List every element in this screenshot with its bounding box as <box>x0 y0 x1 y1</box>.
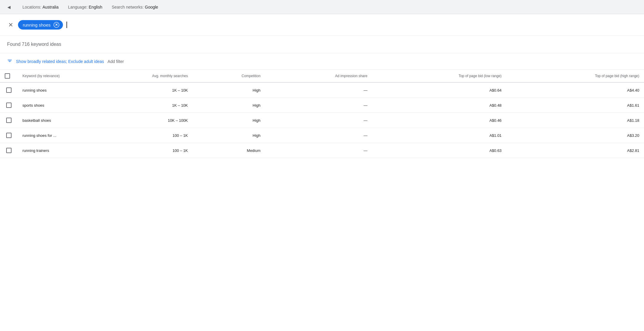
close-button[interactable]: ✕ <box>7 21 14 29</box>
select-all-checkbox[interactable] <box>5 73 10 79</box>
table-row: running shoes 1K – 10K High — A$0.64 A$4… <box>0 82 644 98</box>
row-checkbox-3[interactable] <box>6 133 12 138</box>
row-keyword-0: running shoes <box>18 82 77 98</box>
row-competition-4: Medium <box>193 143 265 158</box>
col-header-ad-impression[interactable]: Ad impression share <box>265 70 372 82</box>
search-cursor <box>66 22 67 28</box>
row-keyword-4: running trainers <box>18 143 77 158</box>
row-top-bid-low-2: A$0.46 <box>372 113 506 128</box>
row-keyword-3: running shoes for ... <box>18 128 77 143</box>
row-checkbox-cell <box>0 128 18 143</box>
found-count-text: Found 716 keyword ideas <box>7 42 61 47</box>
col-header-checkbox <box>0 70 18 82</box>
search-area: ✕ running shoes ✕ <box>0 14 644 36</box>
table-row: sports shoes 1K – 10K High — A$0.48 A$1.… <box>0 98 644 113</box>
row-ad-impression-4: — <box>265 143 372 158</box>
col-header-top-bid-low[interactable]: Top of page bid (low range) <box>372 70 506 82</box>
row-avg-monthly-1: 1K – 10K <box>77 98 193 113</box>
row-top-bid-low-4: A$0.63 <box>372 143 506 158</box>
row-checkbox-4[interactable] <box>6 148 12 153</box>
row-checkbox-0[interactable] <box>6 87 12 93</box>
row-ad-impression-3: — <box>265 128 372 143</box>
keywords-table: Keyword (by relevance) Avg. monthly sear… <box>0 70 644 158</box>
row-ad-impression-0: — <box>265 82 372 98</box>
row-top-bid-high-3: A$3.20 <box>506 128 644 143</box>
found-bar: Found 716 keyword ideas <box>0 36 644 53</box>
row-keyword-2: basketball shoes <box>18 113 77 128</box>
table-header-row: Keyword (by relevance) Avg. monthly sear… <box>0 70 644 82</box>
col-header-avg-monthly[interactable]: Avg. monthly searches <box>77 70 193 82</box>
keyword-chip: running shoes ✕ <box>18 20 63 30</box>
row-checkbox-cell <box>0 113 18 128</box>
row-keyword-1: sports shoes <box>18 98 77 113</box>
keyword-chip-close-button[interactable]: ✕ <box>53 22 59 28</box>
language-item: Language: English <box>68 5 102 9</box>
row-top-bid-high-1: A$1.61 <box>506 98 644 113</box>
row-competition-0: High <box>193 82 265 98</box>
network-item: Search networks: Google <box>112 5 158 9</box>
row-top-bid-low-0: A$0.64 <box>372 82 506 98</box>
row-checkbox-cell <box>0 82 18 98</box>
filter-link[interactable]: Show broadly related ideas; Exclude adul… <box>16 59 104 64</box>
table-row: basketball shoes 10K – 100K High — A$0.4… <box>0 113 644 128</box>
row-checkbox-2[interactable] <box>6 118 12 123</box>
col-header-keyword[interactable]: Keyword (by relevance) <box>18 70 77 82</box>
row-avg-monthly-4: 100 – 1K <box>77 143 193 158</box>
row-competition-2: High <box>193 113 265 128</box>
location-item: Locations: Australia <box>22 5 58 9</box>
row-top-bid-high-0: A$4.40 <box>506 82 644 98</box>
row-avg-monthly-2: 10K – 100K <box>77 113 193 128</box>
row-competition-1: High <box>193 98 265 113</box>
row-ad-impression-1: — <box>265 98 372 113</box>
row-top-bid-high-2: A$1.18 <box>506 113 644 128</box>
keyword-chip-text: running shoes <box>23 22 51 27</box>
row-top-bid-low-1: A$0.48 <box>372 98 506 113</box>
row-top-bid-high-4: A$2.81 <box>506 143 644 158</box>
table-row: running shoes for ... 100 – 1K High — A$… <box>0 128 644 143</box>
keywords-table-container: Keyword (by relevance) Avg. monthly sear… <box>0 70 644 158</box>
row-top-bid-low-3: A$1.01 <box>372 128 506 143</box>
sidebar-toggle[interactable]: ◀ <box>5 3 13 11</box>
row-ad-impression-2: — <box>265 113 372 128</box>
top-bar: ◀ Locations: Australia Language: English… <box>0 0 644 14</box>
row-competition-3: High <box>193 128 265 143</box>
filter-bar: Show broadly related ideas; Exclude adul… <box>0 53 644 70</box>
row-avg-monthly-0: 1K – 10K <box>77 82 193 98</box>
row-checkbox-cell <box>0 143 18 158</box>
col-header-competition[interactable]: Competition <box>193 70 265 82</box>
row-avg-monthly-3: 100 – 1K <box>77 128 193 143</box>
add-filter-button[interactable]: Add filter <box>108 59 124 64</box>
table-row: running trainers 100 – 1K Medium — A$0.6… <box>0 143 644 158</box>
row-checkbox-cell <box>0 98 18 113</box>
filter-icon <box>7 58 12 65</box>
col-header-top-bid-high[interactable]: Top of page bid (high range) <box>506 70 644 82</box>
row-checkbox-1[interactable] <box>6 103 12 108</box>
